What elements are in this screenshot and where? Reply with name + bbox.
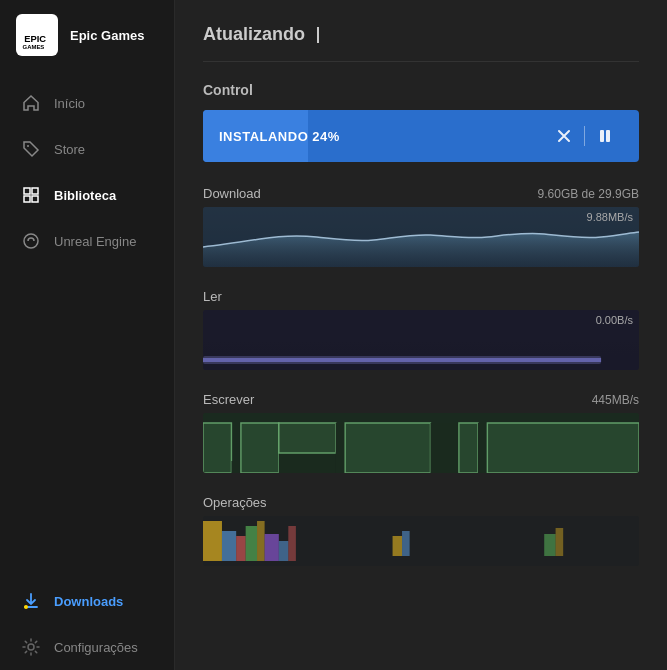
control-section-title: Control (203, 82, 639, 98)
operacoes-chart-container (203, 516, 639, 566)
svg-rect-30 (203, 521, 222, 561)
sidebar-item-label-unreal: Unreal Engine (54, 234, 136, 249)
download-label: Download (203, 186, 261, 201)
sidebar-item-configuracoes[interactable]: Configurações (0, 624, 174, 670)
svg-rect-37 (288, 526, 296, 561)
svg-point-9 (24, 605, 28, 609)
sidebar-item-store[interactable]: Store (0, 126, 174, 172)
sidebar-item-unreal-engine[interactable]: Unreal Engine (0, 218, 174, 264)
close-install-button[interactable] (546, 120, 582, 152)
svg-rect-32 (236, 536, 245, 561)
svg-rect-26 (459, 423, 478, 473)
download-size: 9.60GB de 29.9GB (538, 187, 639, 201)
download-speed: 9.88MB/s (587, 211, 633, 223)
download-chart-header: Download 9.60GB de 29.9GB (203, 186, 639, 201)
download-chart-container: 9.88MB/s (203, 207, 639, 267)
svg-rect-6 (24, 196, 30, 202)
svg-rect-39 (402, 531, 410, 556)
ler-label: Ler (203, 289, 222, 304)
home-icon (20, 92, 42, 114)
operacoes-section: Operações (203, 495, 639, 566)
tag-icon (20, 138, 42, 160)
svg-rect-19 (231, 461, 240, 473)
svg-rect-27 (478, 423, 487, 473)
grid-icon (20, 184, 42, 206)
sidebar-item-inicio[interactable]: Início (0, 80, 174, 126)
svg-rect-31 (222, 531, 236, 561)
svg-rect-35 (265, 534, 279, 561)
sidebar: EPIC GAMES Epic Games Início Store (0, 0, 175, 670)
svg-text:EPIC: EPIC (24, 34, 46, 44)
svg-rect-33 (246, 526, 257, 561)
download-section: Download 9.60GB de 29.9GB 9.88MB/s (203, 186, 639, 267)
install-label: INSTALANDO 24% (219, 129, 340, 144)
operacoes-chart-header: Operações (203, 495, 639, 510)
svg-rect-7 (32, 196, 38, 202)
svg-rect-18 (203, 423, 231, 473)
sidebar-nav: Início Store Biblioteca (0, 80, 174, 670)
svg-rect-28 (487, 423, 639, 473)
updating-cursor (317, 27, 319, 43)
svg-rect-24 (345, 423, 430, 473)
svg-rect-38 (393, 536, 402, 556)
install-bar-content: INSTALANDO 24% (203, 120, 639, 152)
ler-chart-container: 0.00B/s (203, 310, 639, 370)
sidebar-item-biblioteca[interactable]: Biblioteca (0, 172, 174, 218)
escrever-speed: 445MB/s (592, 393, 639, 407)
svg-rect-36 (279, 541, 288, 561)
escrever-chart-header: Escrever 445MB/s (203, 392, 639, 407)
ler-chart-header: Ler (203, 289, 639, 304)
ler-speed: 0.00B/s (596, 314, 633, 326)
svg-point-8 (24, 234, 38, 248)
sidebar-item-downloads[interactable]: Downloads (0, 578, 174, 624)
svg-rect-5 (32, 188, 38, 194)
page-header: Atualizando (203, 24, 639, 62)
svg-rect-23 (336, 423, 345, 473)
action-divider (584, 126, 585, 146)
install-progress-bar: INSTALANDO 24% (203, 110, 639, 162)
svg-rect-4 (24, 188, 30, 194)
escrever-label: Escrever (203, 392, 254, 407)
download-icon (20, 590, 42, 612)
ler-section: Ler 0.00B/s (203, 289, 639, 370)
ue-icon (20, 230, 42, 252)
svg-rect-16 (203, 356, 601, 364)
brand-label: Epic Games (70, 28, 144, 43)
sidebar-item-label-configuracoes: Configurações (54, 640, 138, 655)
escrever-chart-container (203, 413, 639, 473)
install-actions (546, 120, 623, 152)
svg-rect-21 (279, 453, 336, 473)
svg-rect-22 (279, 423, 336, 453)
pause-install-button[interactable] (587, 120, 623, 152)
sidebar-item-label-biblioteca: Biblioteca (54, 188, 116, 203)
epic-games-logo: EPIC GAMES (16, 14, 58, 56)
svg-rect-25 (430, 423, 458, 473)
svg-point-10 (28, 644, 34, 650)
gear-icon (20, 636, 42, 658)
svg-rect-34 (257, 521, 265, 561)
svg-text:GAMES: GAMES (23, 44, 45, 50)
sidebar-item-label-store: Store (54, 142, 85, 157)
sidebar-item-label-inicio: Início (54, 96, 85, 111)
svg-rect-12 (606, 130, 610, 142)
page-title: Atualizando (203, 24, 305, 45)
svg-rect-41 (556, 528, 564, 556)
main-content: Atualizando Control INSTALANDO 24% (175, 0, 667, 670)
operacoes-label: Operações (203, 495, 267, 510)
sidebar-logo: EPIC GAMES Epic Games (0, 0, 174, 70)
svg-rect-20 (241, 423, 279, 473)
svg-rect-40 (544, 534, 555, 556)
escrever-section: Escrever 445MB/s (203, 392, 639, 473)
svg-point-3 (27, 145, 29, 147)
svg-rect-11 (600, 130, 604, 142)
control-section: Control INSTALANDO 24% (203, 82, 639, 162)
sidebar-item-label-downloads: Downloads (54, 594, 123, 609)
